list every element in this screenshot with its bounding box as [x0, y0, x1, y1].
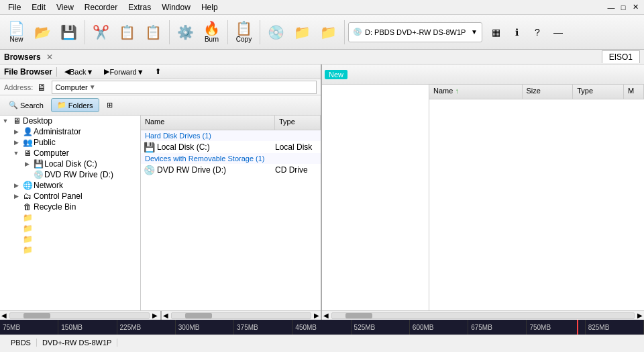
scroll-left-arrow[interactable]: ◀ [0, 312, 8, 319]
folder-icon: 📁 [294, 26, 311, 39]
file-scroll-right-arrow[interactable]: ▶ [313, 312, 321, 319]
col-type[interactable]: Type [275, 116, 321, 130]
file-scroll-left-arrow[interactable]: ◀ [162, 312, 170, 319]
iso-scroll-right-arrow[interactable]: ▶ [636, 312, 644, 319]
iso-scroll-track[interactable] [331, 312, 635, 319]
settings-button[interactable]: ⚙️ [173, 17, 198, 47]
up-button[interactable]: ⬆ [152, 65, 164, 78]
tree-panel[interactable]: ▼ 🖥 Desktop ▶ 👤 Administrator ▶ 👥 Public [0, 116, 141, 310]
tree-label: Computer [34, 148, 69, 158]
drive-view-button[interactable]: ▦ [486, 23, 505, 42]
file-item-d[interactable]: 💿 DVD RW Drive (D:) CD Drive [141, 164, 321, 176]
copy-icon: 📋 [119, 26, 136, 39]
ruler-label: 450MB [292, 324, 319, 331]
drive-info-button[interactable]: ℹ [507, 23, 526, 42]
tree-item-computer[interactable]: ▼ 🖥 Computer [11, 148, 140, 159]
search-button[interactable]: 🔍 Search [3, 98, 50, 112]
menu-view[interactable]: View [51, 1, 79, 13]
menu-edit[interactable]: Edit [26, 1, 51, 13]
file-browser-panel: File Browser ◀ Back ▼ ▶ Forward ▼ ⬆ Addr… [0, 64, 322, 320]
iso-file-header: Name ↑ Size Type M [429, 85, 644, 99]
network-icon: 🌐 [21, 181, 34, 190]
cut-button[interactable]: ✂️ [89, 17, 113, 47]
iso-col-type[interactable]: Type [573, 85, 624, 99]
file-list-header: Name Type [141, 116, 321, 130]
open-button[interactable]: 📂 [30, 17, 55, 47]
close-button[interactable]: ✕ [629, 1, 641, 13]
burn-button[interactable]: 🔥 Burn [199, 17, 224, 47]
left-scroll-thumb[interactable] [23, 313, 50, 318]
iso-scroll-thumb[interactable] [345, 313, 372, 318]
cut-icon: ✂️ [93, 26, 109, 39]
folder2-button[interactable]: 📁 [316, 17, 341, 47]
drive-toolbar-right: ▦ ℹ ? — [486, 23, 568, 42]
ruler-seg-675: 675MB [468, 320, 527, 335]
ruler-label: 75MB [0, 324, 23, 331]
col-name[interactable]: Name [141, 116, 275, 130]
tree-item-c-drive[interactable]: ▶ 💾 Local Disk (C:) [21, 159, 140, 169]
copy-button[interactable]: 📋 [115, 17, 140, 47]
file-scroll-thumb[interactable] [185, 313, 212, 318]
address-input[interactable]: Computer ▼ [52, 81, 317, 94]
computer-icon: 🖥 [37, 82, 46, 93]
disc-button[interactable]: 💿 [264, 17, 288, 47]
drive-help-button[interactable]: ? [528, 23, 547, 42]
tree-item-extra-1[interactable]: 📁 [11, 212, 140, 223]
tree-item-desktop[interactable]: ▼ 🖥 Desktop [0, 116, 140, 126]
iso-col-size[interactable]: Size [523, 85, 574, 99]
copy2-button[interactable]: 📋 Copy [231, 17, 256, 47]
drive-eject-button[interactable]: — [549, 23, 568, 42]
toolbar-sep-2 [169, 20, 170, 44]
tree-label: DVD RW Drive (D:) [44, 170, 113, 179]
iso-tab[interactable]: EISO1 [602, 50, 640, 63]
file-scroll-track[interactable] [171, 312, 311, 319]
ruler-seg-225: 225MB [117, 320, 176, 335]
folder-button[interactable]: 📁 [290, 17, 315, 47]
ruler-label: 825MB [586, 324, 612, 331]
file-group-hdd[interactable]: Hard Disk Drives (1) [141, 130, 321, 141]
minimize-button[interactable]: — [605, 1, 617, 13]
save-button[interactable]: 💾 [56, 17, 81, 47]
tree-item-admin[interactable]: ▶ 👤 Administrator [11, 126, 140, 137]
ruler-seg-750: 750MB [527, 320, 585, 335]
browsers-close-button[interactable]: ✕ [46, 52, 53, 62]
status-bar: PBDS DVD+-RW DS-8W1P [0, 335, 644, 349]
file-group-removable[interactable]: Devices with Removable Storage (1) [141, 153, 321, 164]
forward-button[interactable]: ▶ Forward ▼ [101, 65, 147, 78]
tree-item-extra-3[interactable]: 📁 [11, 234, 140, 245]
iso-tree-panel[interactable] [322, 85, 429, 310]
tree-item-network[interactable]: ▶ 🌐 Network [11, 180, 140, 191]
copy2-label: Copy [236, 36, 252, 43]
tree-item-d-drive[interactable]: 💿 DVD RW Drive (D:) [21, 169, 140, 180]
iso-col-m[interactable]: M [624, 85, 644, 99]
tree-item-extra-2[interactable]: 📁 [11, 223, 140, 234]
menu-file[interactable]: File [3, 1, 26, 13]
menu-extras[interactable]: Extras [123, 1, 156, 13]
tree-item-extra-4[interactable]: 📁 [11, 245, 140, 255]
menu-help[interactable]: Help [196, 1, 223, 13]
left-scroll-track[interactable] [9, 312, 150, 319]
new-label: New [9, 36, 23, 43]
forward-label: Forward [109, 68, 136, 76]
copy2-icon: 📋 [235, 21, 252, 35]
scroll-right-arrow[interactable]: ▶ [151, 312, 159, 319]
menu-recorder[interactable]: Recorder [79, 1, 123, 13]
toolbar-sep-4 [260, 20, 260, 44]
folders-button[interactable]: 📁 Folders [51, 98, 99, 112]
maximize-button[interactable]: □ [617, 1, 629, 13]
tree-item-control-panel[interactable]: ▶ 🗂 Control Panel [11, 191, 140, 202]
tree-label: Public [34, 138, 56, 147]
view-toggle-button[interactable]: ⊞ [101, 98, 119, 112]
tree-item-public[interactable]: ▶ 👥 Public [11, 137, 140, 148]
iso-col-name[interactable]: Name ↑ [429, 85, 523, 99]
iso-scroll-left-arrow[interactable]: ◀ [322, 312, 330, 319]
back-button[interactable]: ◀ Back ▼ [61, 65, 97, 78]
drive-c-icon: 💾 [141, 142, 157, 152]
search-icon: 🔍 [9, 101, 18, 109]
new-button[interactable]: 📄 New [4, 17, 29, 47]
file-item-c[interactable]: 💾 Local Disk (C:) Local Disk [141, 141, 321, 153]
menu-window[interactable]: Window [156, 1, 196, 13]
drive-selector[interactable]: 💿 D: PBDS DVD+-RW DS-8W1P ▼ [348, 22, 482, 42]
paste-button[interactable]: 📋 [141, 17, 166, 47]
tree-item-recycle-bin[interactable]: 🗑 Recycle Bin [11, 202, 140, 212]
